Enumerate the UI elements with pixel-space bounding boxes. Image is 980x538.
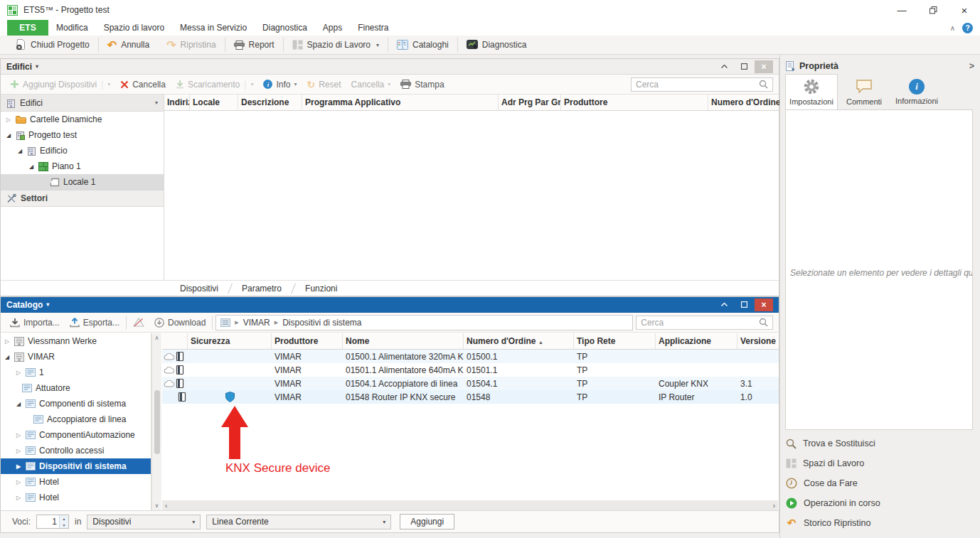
- catalogo-tree-scrollbar[interactable]: ∧ ∨: [151, 333, 161, 510]
- aggiungi-button[interactable]: Aggiungi: [400, 514, 454, 529]
- expand-icon[interactable]: ▶: [15, 463, 22, 470]
- column-header-applicazione[interactable]: Applicazione: [656, 333, 737, 349]
- edifici-search-input[interactable]: [636, 80, 759, 90]
- expand-icon[interactable]: ▷: [15, 370, 22, 376]
- operazioni-in-corso-item[interactable]: Operazioni in corso: [780, 493, 980, 513]
- spazio-di-lavoro-button[interactable]: Spazio di Lavoro ▾: [284, 36, 388, 54]
- column-header-nome[interactable]: Nome: [343, 333, 464, 349]
- stepper-down-icon[interactable]: ▼: [60, 522, 68, 528]
- tree-item-componenti-di-sistema[interactable]: ◢ Componenti di sistema: [1, 396, 151, 411]
- help-icon[interactable]: ?: [962, 23, 973, 33]
- cataloghi-button[interactable]: Cataloghi: [388, 36, 457, 54]
- column-header-numero-ordine[interactable]: Numero d'Ordine: [708, 95, 779, 110]
- column-header-numero-ordine[interactable]: Numero d'Ordine ▲: [464, 333, 574, 349]
- catalogo-search-input[interactable]: [641, 318, 759, 328]
- close-button[interactable]: ×: [949, 0, 980, 20]
- cose-da-fare-item[interactable]: Cose da Fare: [780, 473, 980, 493]
- cancella-secondary-button[interactable]: Cancella ▾: [348, 80, 395, 90]
- menu-apps[interactable]: Apps: [315, 20, 350, 36]
- reset-button[interactable]: ↻ Reset: [303, 79, 344, 90]
- column-header-tipo-rete[interactable]: Tipo Rete: [574, 333, 656, 349]
- tab-commenti[interactable]: Commenti: [838, 74, 890, 109]
- table-row[interactable]: VIMAR 01504.1 Accoppiatore di linea 0150…: [162, 377, 779, 390]
- panel-expander-icon[interactable]: >: [969, 61, 974, 71]
- aggiungi-dispositivi-button[interactable]: Aggiungi Dispositivi | ▾: [6, 80, 114, 90]
- expand-icon[interactable]: ▷: [15, 432, 22, 439]
- tree-item-edificio[interactable]: ◢ Edificio: [1, 143, 164, 158]
- tab-informazioni[interactable]: i Informazioni: [890, 74, 943, 109]
- expand-icon[interactable]: ◢: [4, 354, 11, 360]
- info-button[interactable]: i Info ▾: [260, 80, 300, 90]
- scroll-up-icon[interactable]: ∧: [155, 335, 159, 341]
- expand-icon[interactable]: ◢: [28, 163, 35, 170]
- expand-icon[interactable]: ▷: [15, 448, 22, 454]
- tree-item-piano-1[interactable]: ◢ Piano 1: [1, 158, 164, 174]
- tree-item-progetto-test[interactable]: ◢ Progetto test: [1, 127, 164, 143]
- catalogo-hscrollbar[interactable]: ‹ ›: [162, 500, 778, 510]
- column-header-programma-applicativo[interactable]: Programma Applicativo: [302, 95, 499, 110]
- chevron-down-icon[interactable]: ▾: [155, 99, 158, 106]
- panel-maximize-icon[interactable]: [735, 298, 753, 311]
- breadcrumb-vimar[interactable]: VIMAR: [243, 318, 270, 328]
- tree-item-componenti-automazione[interactable]: ▷ ComponentiAutomazione: [1, 427, 151, 443]
- panel-collapse-icon[interactable]: [715, 298, 733, 311]
- report-button[interactable]: Report: [225, 36, 283, 54]
- panel-collapse-icon[interactable]: [715, 60, 733, 73]
- collapse-ribbon-icon[interactable]: ∧: [950, 24, 955, 32]
- tree-item-locale-1[interactable]: Locale 1: [1, 174, 164, 190]
- tab-funzioni[interactable]: Funzioni: [294, 281, 348, 296]
- expand-icon[interactable]: ▷: [5, 117, 12, 123]
- panel-maximize-icon[interactable]: [735, 60, 753, 73]
- importa-button[interactable]: Importa...: [6, 318, 63, 328]
- download-button[interactable]: Download: [151, 318, 209, 328]
- tree-item-vimar[interactable]: ◢ VIMAR: [1, 349, 151, 365]
- chevron-down-icon[interactable]: ▾: [36, 63, 38, 70]
- table-row-knx-secure[interactable]: VIMAR 01548 Router IP KNX secure 01548 T…: [162, 390, 779, 404]
- column-header-locale[interactable]: Locale: [190, 95, 238, 110]
- scroll-right-icon[interactable]: ›: [773, 502, 775, 510]
- restore-button[interactable]: [917, 0, 949, 20]
- expand-icon[interactable]: ▷: [4, 338, 11, 345]
- column-header-descrizione[interactable]: Descrizione: [238, 95, 302, 110]
- scope-select[interactable]: Dispositivi ▾: [87, 515, 201, 529]
- menu-spazio-di-lavoro[interactable]: Spazio di lavoro: [96, 20, 172, 36]
- spazi-di-lavoro-item[interactable]: Spazi di Lavoro: [780, 453, 980, 473]
- scrollbar-thumb[interactable]: [154, 390, 160, 454]
- column-header-produttore[interactable]: Produttore: [272, 333, 343, 349]
- edifici-table-body[interactable]: [164, 111, 779, 280]
- edifici-tree-header[interactable]: Edifici ▾: [1, 95, 164, 112]
- storico-ripristino-item[interactable]: ↶ Storico Ripristino: [780, 513, 980, 533]
- menu-ets-button[interactable]: ETS: [7, 20, 48, 36]
- panel-close-icon[interactable]: ×: [755, 298, 773, 311]
- scaricamento-button[interactable]: Scaricamento | ▾: [172, 80, 257, 90]
- quantity-stepper[interactable]: 1 ▲ ▼: [36, 515, 69, 529]
- tab-parametro[interactable]: Parametro: [230, 281, 293, 296]
- trova-e-sostituisci-item[interactable]: Trova e Sostituisci: [780, 434, 980, 453]
- column-header-adr-prg-par-grp-cfg[interactable]: Adr Prg Par Grp Cfg: [499, 95, 561, 110]
- breadcrumb-dispositivi-di-sistema[interactable]: Dispositivi di sistema: [282, 318, 361, 328]
- esporta-button[interactable]: Esporta...: [66, 318, 123, 328]
- tree-item-cartelle-dinamiche[interactable]: ▷ Cartelle Dinamiche: [1, 112, 164, 127]
- hide-details-button[interactable]: [129, 318, 148, 327]
- stepper-up-icon[interactable]: ▲: [60, 515, 68, 522]
- expand-icon[interactable]: ◢: [5, 132, 12, 139]
- menu-diagnostica[interactable]: Diagnostica: [255, 20, 315, 36]
- menu-modifica[interactable]: Modifica: [48, 20, 96, 36]
- chevron-down-icon[interactable]: ▾: [46, 301, 49, 308]
- voci-value[interactable]: 1: [37, 515, 59, 528]
- expand-icon[interactable]: ◢: [15, 401, 22, 407]
- scroll-down-icon[interactable]: ∨: [155, 502, 159, 509]
- settori-section[interactable]: Settori: [1, 190, 164, 207]
- tree-item-hotel-2[interactable]: ▷ Hotel: [1, 490, 151, 505]
- menu-messa-in-servizio[interactable]: Messa in Servizio: [172, 20, 255, 36]
- tree-item-viessmann-werke[interactable]: ▷ Viessmann Werke: [1, 333, 151, 349]
- tree-item-1[interactable]: ▷ 1: [1, 365, 151, 380]
- tree-item-dispositivi-di-sistema[interactable]: ▶ Dispositivi di sistema: [1, 458, 151, 474]
- table-row[interactable]: VIMAR 01500.1 Alimentatore 320mA KNX 015…: [162, 350, 779, 363]
- stampa-button[interactable]: Stampa: [397, 80, 447, 90]
- expand-icon[interactable]: ▷: [15, 479, 22, 485]
- tree-item-controllo-accessi[interactable]: ▷ Controllo accessi: [1, 443, 151, 458]
- expand-icon[interactable]: ▷: [15, 495, 22, 501]
- menu-finestra[interactable]: Finestra: [350, 20, 396, 36]
- column-header-sicurezza[interactable]: Sicurezza: [188, 333, 272, 349]
